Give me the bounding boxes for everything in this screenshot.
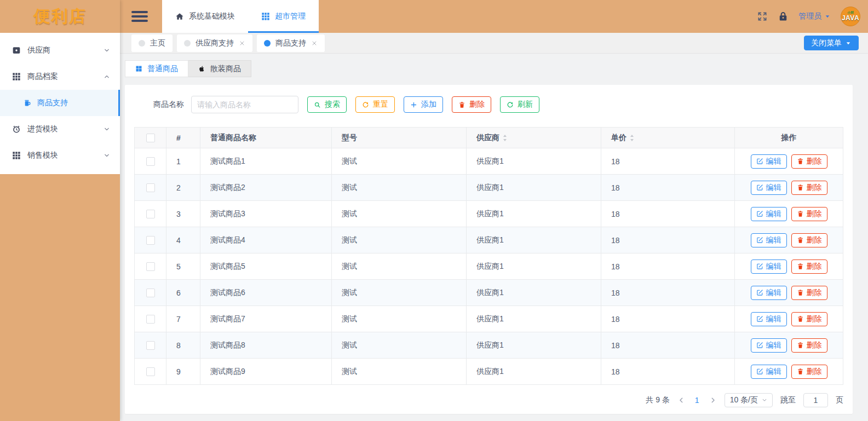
edit-button[interactable]: 编辑 xyxy=(751,181,787,195)
sidebar-item-sales-module[interactable]: 销售模块 xyxy=(0,142,120,169)
search-label: 商品名称 xyxy=(153,100,184,109)
home-icon xyxy=(175,12,184,21)
user-name: 管理员 xyxy=(798,11,821,21)
delete-button[interactable]: 删除 xyxy=(791,286,827,300)
cell-product-name: 测试商品6 xyxy=(200,280,332,306)
close-icon[interactable] xyxy=(239,40,245,47)
pagination-total: 共 9 条 xyxy=(646,395,670,405)
edit-button-label: 编辑 xyxy=(766,157,781,166)
delete-button[interactable]: 删除 xyxy=(791,181,827,195)
page-tabstrip: 主页 供应商支持 商品支持 关闭菜单 xyxy=(120,33,868,54)
delete-button[interactable]: 删除 xyxy=(452,96,491,113)
delete-button-label: 删除 xyxy=(807,314,822,324)
module-tab-system-base[interactable]: 系统基础模块 xyxy=(162,0,248,33)
sidebar: 便利店 供应商 商品档案 商品支持 进货模块 xyxy=(0,0,120,421)
edit-button[interactable]: 编辑 xyxy=(751,154,787,169)
edit-icon xyxy=(756,184,763,191)
edit-button[interactable]: 编辑 xyxy=(751,286,787,300)
row-checkbox[interactable] xyxy=(146,289,155,297)
module-tab-supermarket[interactable]: 超市管理 xyxy=(248,0,319,33)
close-icon[interactable] xyxy=(311,40,318,47)
edit-icon xyxy=(756,210,763,217)
delete-button[interactable]: 删除 xyxy=(791,312,827,326)
cell-supplier: 供应商1 xyxy=(467,175,601,201)
reset-button[interactable]: 重置 xyxy=(355,96,395,113)
prev-page-icon[interactable] xyxy=(677,396,685,404)
lock-icon[interactable] xyxy=(778,11,789,22)
delete-button[interactable]: 删除 xyxy=(791,365,827,379)
delete-button[interactable]: 删除 xyxy=(791,233,827,247)
cell-price: 18 xyxy=(601,227,735,253)
hamburger-menu-icon[interactable] xyxy=(131,10,148,23)
content-tabs: 普通商品 散装商品 xyxy=(125,60,853,77)
delete-button-label: 删除 xyxy=(807,288,822,298)
cell-model: 测试 xyxy=(332,201,467,227)
delete-button[interactable]: 删除 xyxy=(791,207,827,221)
cell-index: 9 xyxy=(166,359,200,385)
delete-button[interactable]: 删除 xyxy=(791,338,827,353)
tab-bulk-products[interactable]: 散装商品 xyxy=(188,60,251,77)
sort-icon[interactable] xyxy=(629,134,635,142)
row-checkbox[interactable] xyxy=(146,367,155,376)
row-checkbox[interactable] xyxy=(146,183,155,192)
row-checkbox[interactable] xyxy=(146,210,155,218)
row-checkbox[interactable] xyxy=(146,262,155,271)
refresh-button[interactable]: 刷新 xyxy=(500,96,539,113)
delete-button[interactable]: 删除 xyxy=(791,259,827,274)
edit-button[interactable]: 编辑 xyxy=(751,207,787,221)
sidebar-filler xyxy=(0,174,120,421)
page-tab-product-support[interactable]: 商品支持 xyxy=(257,34,325,52)
cell-price: 18 xyxy=(601,280,735,306)
cell-supplier: 供应商1 xyxy=(467,306,601,332)
search-icon xyxy=(314,101,321,108)
page-tab-supplier-support[interactable]: 供应商支持 xyxy=(177,34,252,52)
tab-normal-products[interactable]: 普通商品 xyxy=(125,60,188,77)
cell-price: 18 xyxy=(601,359,735,385)
cell-supplier: 供应商1 xyxy=(467,332,601,359)
fullscreen-icon[interactable] xyxy=(757,11,768,22)
current-page[interactable]: 1 xyxy=(693,396,702,405)
add-button[interactable]: 添加 xyxy=(404,96,443,113)
trash-icon xyxy=(797,315,804,322)
cell-product-name: 测试商品7 xyxy=(200,306,332,332)
column-supplier[interactable]: 供应商 xyxy=(467,128,601,148)
edit-button[interactable]: 编辑 xyxy=(751,259,787,274)
refresh-icon xyxy=(507,101,514,108)
row-checkbox[interactable] xyxy=(146,157,155,166)
sidebar-subitem-product-support[interactable]: 商品支持 xyxy=(0,90,120,116)
sidebar-item-product-archive[interactable]: 商品档案 xyxy=(0,64,120,90)
jump-page-input[interactable] xyxy=(803,393,828,407)
page-tab-label: 供应商支持 xyxy=(196,38,234,48)
edit-button[interactable]: 编辑 xyxy=(751,365,787,379)
page-tab-home[interactable]: 主页 xyxy=(131,34,173,52)
trash-icon xyxy=(797,342,804,349)
trash-icon xyxy=(797,368,804,375)
next-page-icon[interactable] xyxy=(709,396,717,404)
edit-button[interactable]: 编辑 xyxy=(751,233,787,247)
edit-button[interactable]: 编辑 xyxy=(751,338,787,353)
edit-button[interactable]: 编辑 xyxy=(751,312,787,326)
avatar[interactable]: 小郑 JAVA xyxy=(841,7,860,26)
edit-button-label: 编辑 xyxy=(766,341,781,350)
column-price[interactable]: 单价 xyxy=(601,128,735,148)
select-all-checkbox[interactable] xyxy=(146,134,155,142)
edit-icon xyxy=(756,368,763,375)
sort-icon[interactable] xyxy=(502,134,508,142)
chevron-down-icon xyxy=(762,397,767,403)
sidebar-item-supplier[interactable]: 供应商 xyxy=(0,37,120,64)
edit-icon xyxy=(756,158,763,165)
search-input[interactable] xyxy=(191,96,298,113)
content-panel: 商品名称 搜索 重置 添加 xyxy=(125,85,853,414)
row-checkbox[interactable] xyxy=(146,315,155,324)
column-operations: 操作 xyxy=(735,128,843,148)
row-checkbox[interactable] xyxy=(146,341,155,350)
search-button[interactable]: 搜索 xyxy=(307,96,347,113)
trash-icon xyxy=(797,263,804,270)
close-menu-button[interactable]: 关闭菜单 xyxy=(804,36,859,50)
sidebar-item-purchase-module[interactable]: 进货模块 xyxy=(0,116,120,142)
table-row: 4 测试商品4 测试 供应商1 18 编辑 删除 xyxy=(135,227,843,253)
user-menu[interactable]: 管理员 xyxy=(798,11,831,21)
row-checkbox[interactable] xyxy=(146,236,155,245)
delete-button[interactable]: 删除 xyxy=(791,154,827,169)
page-size-select[interactable]: 10 条/页 xyxy=(725,393,773,407)
